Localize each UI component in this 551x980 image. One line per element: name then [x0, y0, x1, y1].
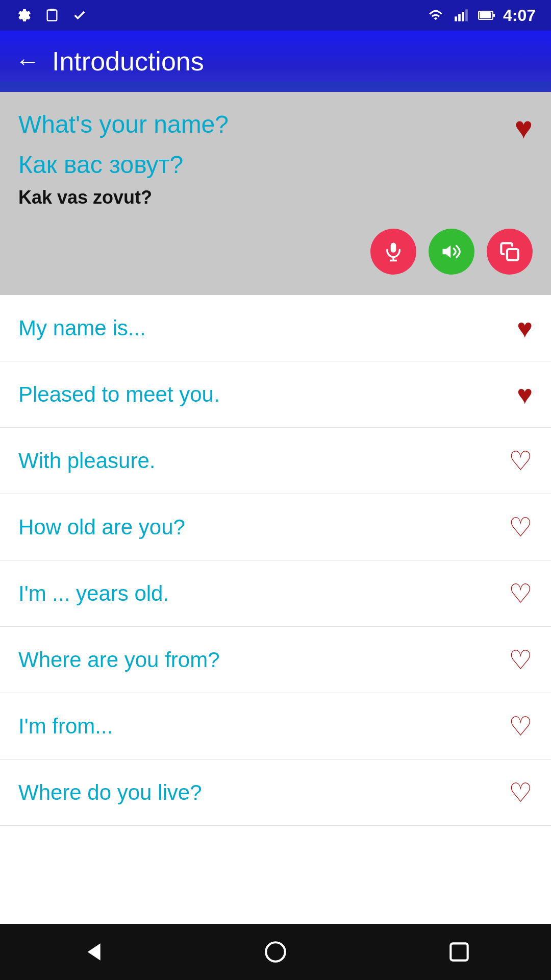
status-icons-left	[15, 6, 89, 24]
phrase-text: My name is...	[18, 316, 517, 340]
top-phrase-card: What's your name? ♥ Как вас зовут? Kak v…	[0, 92, 551, 295]
list-item[interactable]: How old are you?♡	[0, 494, 551, 560]
list-item[interactable]: Where do you live?♡	[0, 760, 551, 826]
action-buttons	[18, 224, 533, 285]
favorite-button[interactable]: ♡	[509, 777, 533, 808]
clipboard-icon	[43, 6, 61, 24]
phrase-list: My name is...♥Pleased to meet you.♥With …	[0, 295, 551, 924]
svg-rect-17	[450, 943, 467, 960]
app-bar: ← Introductions	[0, 31, 551, 92]
favorite-button[interactable]: ♥	[517, 313, 533, 344]
favorite-button[interactable]: ♡	[509, 711, 533, 742]
svg-rect-14	[507, 249, 518, 260]
copy-button[interactable]	[487, 229, 533, 275]
phrase-text: Where do you live?	[18, 780, 509, 805]
nav-home-button[interactable]	[258, 934, 293, 970]
page-title: Introductions	[52, 46, 204, 77]
phrase-transliteration: Kak vas zovut?	[18, 187, 533, 208]
battery-icon	[478, 6, 496, 24]
list-item[interactable]: I'm ... years old.♡	[0, 560, 551, 627]
settings-icon	[15, 6, 34, 24]
navigation-bar	[0, 924, 551, 980]
phrase-text: Where are you from?	[18, 648, 509, 672]
svg-point-16	[266, 942, 285, 962]
svg-rect-9	[493, 14, 495, 17]
svg-rect-10	[391, 243, 396, 253]
phrase-text: I'm from...	[18, 714, 509, 739]
phrase-english[interactable]: What's your name?	[18, 110, 533, 138]
nav-recent-button[interactable]	[441, 934, 477, 970]
signal-icon	[452, 6, 470, 24]
svg-marker-15	[88, 943, 101, 960]
svg-rect-1	[47, 10, 57, 21]
phrase-text: With pleasure.	[18, 449, 509, 473]
svg-marker-13	[443, 246, 451, 258]
nav-back-button[interactable]	[74, 934, 110, 970]
favorite-button[interactable]: ♡	[509, 645, 533, 675]
check-icon	[70, 6, 89, 24]
list-item[interactable]: I'm from...♡	[0, 693, 551, 760]
favorite-button[interactable]: ♡	[509, 512, 533, 543]
status-bar: 4:07	[0, 0, 551, 31]
svg-rect-5	[462, 12, 464, 21]
svg-rect-2	[49, 9, 54, 11]
status-time: 4:07	[503, 6, 536, 25]
svg-rect-3	[455, 16, 457, 21]
list-item[interactable]: With pleasure.♡	[0, 428, 551, 494]
favorite-button[interactable]: ♥	[517, 379, 533, 410]
favorite-button-top[interactable]: ♥	[514, 110, 533, 145]
phrase-text: How old are you?	[18, 515, 509, 540]
phrase-russian: Как вас зовут?	[18, 151, 533, 179]
status-icons-right: 4:07	[427, 6, 536, 25]
phrase-text: I'm ... years old.	[18, 581, 509, 606]
back-button[interactable]: ←	[15, 49, 40, 74]
wifi-icon	[427, 6, 445, 24]
list-item[interactable]: My name is...♥	[0, 295, 551, 361]
speaker-button[interactable]	[429, 229, 474, 275]
favorite-button[interactable]: ♡	[509, 578, 533, 609]
favorite-button[interactable]: ♡	[509, 446, 533, 476]
svg-rect-6	[465, 9, 468, 21]
svg-rect-8	[480, 12, 491, 18]
mic-button[interactable]	[370, 229, 416, 275]
list-item[interactable]: Where are you from?♡	[0, 627, 551, 693]
svg-rect-4	[458, 14, 461, 21]
list-item[interactable]: Pleased to meet you.♥	[0, 361, 551, 428]
phrase-text: Pleased to meet you.	[18, 382, 517, 407]
